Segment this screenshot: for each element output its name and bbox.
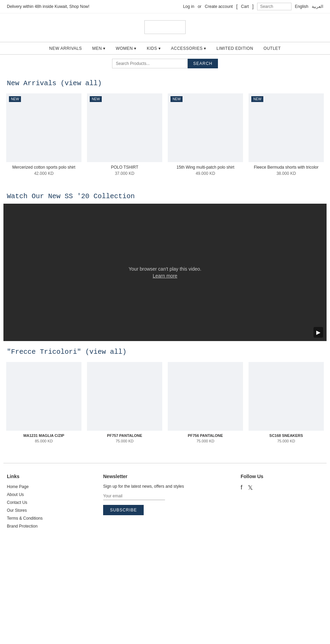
nav-item-outlet[interactable]: OUTLET (264, 46, 281, 51)
logo[interactable] (144, 20, 186, 34)
new-badge: New (170, 96, 183, 102)
new-arrival-card[interactable]: New POLO TSHIRT 37.000 KD (84, 91, 165, 179)
lang-ar[interactable]: العربية (312, 4, 323, 9)
frecce-grid: MA1231 MAGLIA C/ZIP 85.000 KD PF757 PANT… (0, 359, 330, 453)
footer-links-heading: Links (7, 474, 89, 479)
twitter-icon[interactable]: 𝕏 (248, 484, 253, 492)
product-price: 42.000 KD (6, 171, 81, 176)
footer-link[interactable]: Brand Protection (7, 524, 37, 529)
frecce-image (6, 362, 81, 431)
frecce-card[interactable]: MA1231 MAGLIA C/ZIP 85.000 KD (3, 359, 84, 446)
new-badge: New (9, 96, 21, 102)
new-badge: New (90, 96, 102, 102)
product-price: 49.000 KD (168, 171, 243, 176)
footer-link[interactable]: Our Stores (7, 508, 27, 513)
top-bar: Delivery within 48h inside Kuwait, Shop … (0, 0, 330, 13)
video-container: Your browser can't play this video. Lear… (3, 204, 327, 341)
product-image: New (87, 93, 162, 162)
product-price: 38.000 KD (249, 171, 324, 176)
frecce-card[interactable]: PF756 PANTALONE 75.000 KD (165, 359, 246, 446)
footer-follow-col: Follow Us f𝕏 (241, 474, 323, 531)
footer-link-item[interactable]: Contact Us (7, 500, 89, 505)
frecce-image (168, 362, 243, 431)
product-name: Fleece Bermuda shorts with tricolor (249, 165, 324, 170)
product-image: New (6, 93, 81, 162)
search-bar-container: SEARCH (0, 55, 330, 72)
frecce-price: 85.000 KD (6, 439, 81, 443)
create-account-link[interactable]: Create account (205, 4, 233, 9)
footer-follow-heading: Follow Us (241, 474, 323, 479)
delivery-message: Delivery within 48h inside Kuwait, Shop … (7, 4, 89, 9)
footer-links-col: Links Home PageAbout UsContact UsOur Sto… (7, 474, 89, 531)
frecce-image (249, 362, 324, 431)
nav-item-limited-edition[interactable]: LIMITED EDITION (217, 46, 253, 51)
subscribe-button[interactable]: SUBSCRIBE (103, 505, 144, 515)
or-text: or (198, 4, 201, 9)
lang-en[interactable]: English (295, 4, 308, 9)
footer-link-item[interactable]: Terms & Conditions (7, 516, 89, 521)
cart-bracket-close: ] (252, 4, 254, 9)
frecce-price: 75.000 KD (87, 439, 162, 443)
logo-area (0, 13, 330, 42)
cart-bracket-open: [ (236, 4, 238, 9)
new-arrival-card[interactable]: New 15th Wing multi-patch polo shirt 49.… (165, 91, 246, 179)
frecce-price: 75.000 KD (168, 439, 243, 443)
newsletter-description: Sign up for the latest news, offers and … (103, 484, 227, 489)
play-icon: ▶ (316, 329, 320, 335)
top-bar-right: Log in or Create account [ Cart ] Englis… (183, 3, 323, 10)
search-input-top[interactable] (257, 3, 292, 10)
footer-link[interactable]: Home Page (7, 484, 29, 489)
product-name: Mercerized cotton sports polo shirt (6, 165, 81, 170)
search-products-input[interactable] (112, 59, 188, 68)
login-link[interactable]: Log in (183, 4, 194, 9)
video-message: Your browser can't play this video. Lear… (129, 266, 201, 279)
frecce-card[interactable]: SC168 SNEAKERS 75.000 KD (246, 359, 327, 446)
video-play-button[interactable]: ▶ (314, 327, 323, 338)
email-input[interactable] (103, 492, 165, 500)
footer-link-item[interactable]: Brand Protection (7, 523, 89, 529)
nav-item-accessories[interactable]: ACCESSORIES ▾ (171, 46, 206, 51)
main-nav: NEW ARRIVALS MEN ▾ WOMEN ▾ KIDS ▾ ACCESS… (0, 42, 330, 55)
product-name: 15th Wing multi-patch polo shirt (168, 165, 243, 170)
frecce-name: MA1231 MAGLIA C/ZIP (6, 433, 81, 438)
search-form: SEARCH (112, 59, 218, 68)
product-image: New (168, 93, 243, 162)
footer-link[interactable]: Contact Us (7, 500, 27, 505)
footer-link[interactable]: About Us (7, 492, 24, 497)
product-price: 37.000 KD (87, 171, 162, 176)
footer-content: Links Home PageAbout UsContact UsOur Sto… (0, 463, 330, 542)
search-submit-button[interactable]: SEARCH (188, 59, 218, 68)
frecce-name: PF757 PANTALONE (87, 433, 162, 438)
nav-item-men[interactable]: MEN ▾ (92, 46, 106, 51)
new-arrival-card[interactable]: New Mercerized cotton sports polo shirt … (3, 91, 84, 179)
footer-newsletter-heading: Newsletter (103, 474, 227, 479)
nav-item-new-arrivals[interactable]: NEW ARRIVALS (49, 46, 82, 51)
footer-links-list: Home PageAbout UsContact UsOur StoresTer… (7, 484, 89, 529)
footer-link[interactable]: Terms & Conditions (7, 516, 43, 521)
frecce-image (87, 362, 162, 431)
footer-link-item[interactable]: Our Stores (7, 508, 89, 513)
new-arrival-card[interactable]: New Fleece Bermuda shorts with tricolor … (246, 91, 327, 179)
frecce-section-title: "Frecce Tricolori" (view all) (0, 341, 330, 359)
nav-item-women[interactable]: WOMEN ▾ (116, 46, 136, 51)
video-learn-more-link[interactable]: Learn more (129, 273, 201, 279)
nav-item-kids[interactable]: KIDS ▾ (147, 46, 161, 51)
video-section-title: Watch Our New SS '20 Collection (0, 185, 330, 204)
social-icons: f𝕏 (241, 484, 323, 492)
frecce-name: PF756 PANTALONE (168, 433, 243, 438)
new-badge: New (251, 96, 263, 102)
new-arrivals-title: New Arrivals (view all) (0, 72, 330, 91)
new-arrivals-grid: New Mercerized cotton sports polo shirt … (0, 91, 330, 185)
video-browser-message: Your browser can't play this video. (129, 266, 201, 272)
product-image: New (249, 93, 324, 162)
footer-link-item[interactable]: Home Page (7, 484, 89, 489)
frecce-name: SC168 SNEAKERS (249, 433, 324, 438)
footer-newsletter-col: Newsletter Sign up for the latest news, … (103, 474, 227, 531)
frecce-card[interactable]: PF757 PANTALONE 75.000 KD (84, 359, 165, 446)
footer-link-item[interactable]: About Us (7, 492, 89, 497)
nav-list: NEW ARRIVALS MEN ▾ WOMEN ▾ KIDS ▾ ACCESS… (49, 46, 281, 51)
product-name: POLO TSHIRT (87, 165, 162, 170)
cart-link[interactable]: Cart (241, 4, 249, 9)
facebook-icon[interactable]: f (241, 484, 242, 492)
frecce-price: 75.000 KD (249, 439, 324, 443)
